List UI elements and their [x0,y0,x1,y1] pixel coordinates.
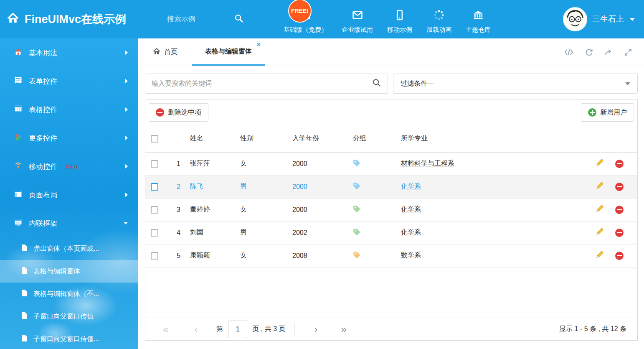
sidebar-subitem-label: 弹出窗体（本页面或... [33,245,99,253]
row-checkbox[interactable] [151,183,158,191]
next-page-button[interactable]: › [314,324,317,334]
chevron-down-icon [124,222,128,224]
row-checkbox[interactable] [151,229,158,237]
cell-gender: 男 [240,221,292,244]
expand-icon[interactable] [624,48,632,56]
sidebar: 基本用法 表单控件 表格控件 更多控件 移动控件 Corp. [0,38,138,349]
sidebar-item-label: 内联框架 [29,219,57,228]
chevron-right-icon [125,107,128,112]
tab-home[interactable]: 首页 [145,38,186,66]
edit-icon[interactable] [595,227,604,238]
sidebar-subitem-child-to-parent[interactable]: 子窗口向父窗口传值 [0,305,138,328]
chevron-right-icon [125,164,128,168]
edit-icon[interactable] [595,181,604,192]
delete-icon[interactable] [615,183,624,191]
delete-icon[interactable] [615,252,624,260]
minus-circle-icon [156,108,164,117]
sidebar-item-label: 页面布局 [29,190,57,200]
row-checkbox[interactable] [151,252,158,260]
row-checkbox[interactable] [151,206,158,214]
sidebar-item-basic-usage[interactable]: 基本用法 [0,38,138,67]
delete-icon[interactable] [615,160,624,168]
first-page-button[interactable]: « [163,324,168,334]
cell-name: 陈飞 [190,175,240,198]
table-row[interactable]: 5 康颖颖 女 2008 数学系 [145,244,637,267]
signal-icon [14,161,22,171]
sidebar-item-mobile-controls[interactable]: 移动控件 Corp. [0,152,138,181]
major-link[interactable]: 化学系 [401,206,421,213]
delete-icon[interactable] [615,206,624,214]
cell-name: 康颖颖 [190,244,240,267]
delete-selected-button[interactable]: 删除选中项 [149,103,208,122]
edit-icon[interactable] [595,158,604,169]
chevron-right-icon [125,51,128,55]
main-area: 首页 表格与编辑窗体 × [138,38,644,349]
filter-dropdown[interactable]: 过滤条件一 [393,74,638,94]
app-window: FineUIMvc在线示例 FREE! 基础版（免费） 企业版试用 [0,0,644,349]
chevron-down-icon [625,82,630,85]
sidebar-item-more-controls[interactable]: 更多控件 [0,124,138,152]
select-all-checkbox[interactable] [151,135,158,143]
keyword-search-input[interactable] [152,80,372,87]
table-row[interactable]: 3 董婷婷 女 2000 化学系 [145,198,637,221]
envelope-icon [352,9,363,22]
header-search [167,13,255,25]
table-row[interactable]: 2 陈飞 男 2000 化学系 [145,175,637,198]
delete-icon[interactable] [615,229,624,237]
cell-name: 刘国 [190,221,240,244]
major-link[interactable]: 数学系 [401,252,421,259]
search-icon[interactable] [234,13,244,25]
home-logo-icon [7,12,19,26]
app-header: FineUIMvc在线示例 FREE! 基础版（免费） 企业版试用 [0,0,644,38]
filter-row: 过滤条件一 [145,74,638,94]
tab-bar: 首页 表格与编辑窗体 × [138,38,644,66]
edit-icon[interactable] [595,204,604,215]
file-icon [21,334,28,344]
edit-icon[interactable] [595,250,604,261]
nav-item-theme-repo[interactable]: 主题仓库 [459,9,498,34]
sidebar-subitem-child-to-parent-2[interactable]: 子窗口向父窗口传值... [0,328,138,349]
page-number-input[interactable] [228,321,247,338]
header-search-input[interactable] [167,15,234,23]
home-tab-icon [153,48,160,57]
cell-gender: 女 [240,244,292,267]
tab-grid-edit-window[interactable]: 表格与编辑窗体 × [192,38,265,66]
sidebar-item-page-layout[interactable]: 页面布局 [0,181,138,209]
record-summary: 显示 1 - 5 条 , 共 12 条 [559,325,630,334]
user-menu[interactable]: 三生石上 [563,7,644,31]
sidebar-item-label: 表格控件 [29,105,57,115]
tab-close-icon[interactable]: × [257,41,261,48]
row-number: 1 [167,152,190,175]
share-icon[interactable] [604,48,613,56]
source-code-icon[interactable] [564,48,573,56]
nav-item-loading-animations[interactable]: 加载动画 [419,9,459,34]
chevron-right-icon [125,193,128,197]
delete-selected-label: 删除选中项 [168,108,201,117]
add-user-button[interactable]: 新增用户 [581,103,634,122]
row-number: 3 [167,198,190,221]
prev-page-button[interactable]: ‹ [194,324,198,334]
major-link[interactable]: 化学系 [401,229,421,236]
avatar [563,7,587,31]
sidebar-item-form-controls[interactable]: 表单控件 [0,67,138,95]
chevron-right-icon [125,79,128,83]
table-row[interactable]: 1 张萍萍 女 2000 材料科学与工程系 [145,152,637,175]
table-row[interactable]: 4 刘国 男 2002 化学系 [145,221,637,244]
row-checkbox[interactable] [151,160,158,168]
sidebar-item-grid-controls[interactable]: 表格控件 [0,95,138,124]
sidebar-subitem-grid-edit-window-2[interactable]: 表格与编辑窗体（不... [0,283,138,305]
mobile-icon [394,9,406,22]
nav-item-enterprise-trial[interactable]: 企业版试用 [335,9,380,34]
refresh-icon[interactable] [585,48,593,56]
sidebar-item-inline-frame[interactable]: 内联框架 [0,209,138,237]
sidebar-subitem-grid-edit-window[interactable]: 表格与编辑窗体 [0,260,138,283]
grid-toolbar: 删除选中项 新增用户 [145,99,637,125]
major-link[interactable]: 化学系 [401,183,421,190]
sidebar-subitem-label: 表格与编辑窗体 [33,267,80,276]
column-header-major: 所学专业 [401,125,591,152]
last-page-button[interactable]: » [341,324,346,334]
search-icon[interactable] [372,78,381,89]
major-link[interactable]: 材料科学与工程系 [401,160,454,167]
sidebar-subitem-popup-window[interactable]: 弹出窗体（本页面或... [0,237,138,260]
nav-item-mobile-demo[interactable]: 移动示例 [380,9,419,34]
